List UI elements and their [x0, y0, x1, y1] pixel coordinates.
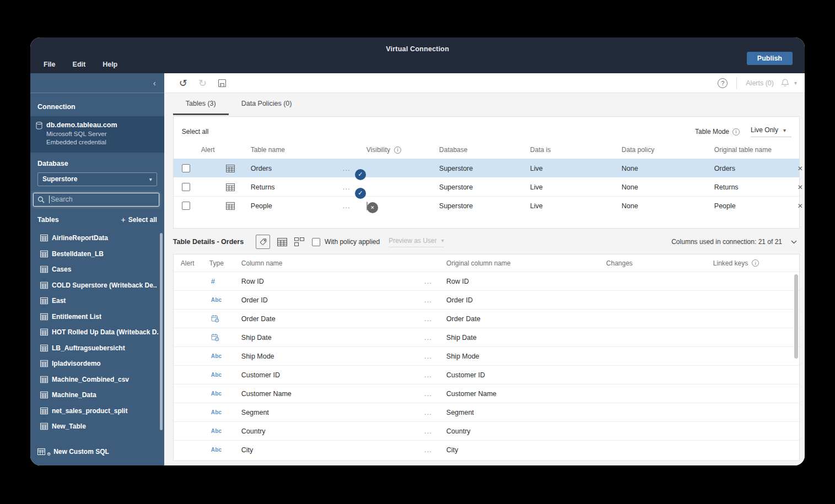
sidebar-table-item[interactable]: Cases [30, 262, 164, 278]
sidebar-table-item[interactable]: HOT Rolled Up Data (Writeback D. [30, 324, 164, 340]
original-column-cell: Segment [446, 409, 606, 416]
linked-keys-info-icon[interactable]: i [752, 259, 759, 267]
sidebar-table-item[interactable]: Machine_Data [30, 387, 164, 403]
row-menu-button[interactable]: ... [424, 277, 446, 285]
tab-data-policies[interactable]: Data Policies (0) [229, 93, 305, 115]
sidebar-table-item[interactable]: East [30, 293, 164, 309]
collapse-sidebar-icon[interactable]: ‹ [153, 79, 156, 87]
column-row[interactable]: AbcShip Mode...Ship Mode [174, 346, 799, 365]
row-menu-button[interactable]: ... [343, 202, 367, 210]
sidebar-table-item[interactable]: LB_Auftragsuebersicht [30, 340, 164, 356]
remove-table-button[interactable]: ✕ [798, 183, 803, 191]
save-button[interactable] [218, 79, 227, 88]
remove-table-button[interactable]: ✕ [798, 165, 803, 172]
sidebar-table-label: Machine_Combined_csv [52, 376, 129, 383]
undo-button[interactable]: ↺ [179, 78, 187, 88]
preview-as-user-select[interactable]: Preview as User ▾ [389, 237, 444, 247]
row-menu-button[interactable]: ... [424, 446, 446, 454]
date-type-icon [211, 315, 241, 323]
row-menu-button[interactable]: ... [424, 315, 446, 323]
column-name-cell: Order ID [241, 296, 424, 304]
new-custom-sql-button[interactable]: ⚙ New Custom SQL [30, 441, 164, 465]
visibility-info-icon[interactable]: i [394, 147, 401, 154]
help-icon[interactable]: ? [718, 78, 728, 88]
alerts-label[interactable]: Alerts (0) [746, 79, 774, 87]
column-row[interactable]: Ship Date...Ship Date [174, 328, 799, 346]
sidebar-table-label: HOT Rolled Up Data (Writeback D. [52, 328, 159, 336]
column-row[interactable]: AbcCustomer Name...Customer Name [174, 384, 799, 403]
database-select[interactable]: Superstore ▾ [37, 172, 157, 186]
table-row[interactable]: Returns...✓SuperstoreLiveNoneReturns✕ [174, 177, 799, 196]
server-type: Microsoft SQL Server [46, 130, 117, 139]
column-row[interactable]: AbcOrder ID...Order ID [174, 290, 799, 309]
row-menu-button[interactable]: ... [424, 389, 446, 398]
menu-edit[interactable]: Edit [73, 61, 86, 68]
row-menu-button[interactable]: ... [424, 427, 446, 435]
collapse-details-chevron-icon[interactable] [791, 240, 797, 244]
sidebar-select-all-button[interactable]: + Select all [121, 215, 157, 224]
database-cell: Superstore [439, 202, 530, 210]
gear-icon: ⚙ [47, 452, 51, 457]
column-row[interactable]: AbcSegment...Segment [174, 403, 799, 421]
remove-table-button[interactable]: ✕ [798, 202, 803, 210]
sidebar-table-item[interactable]: COLD Superstore (Writeback De.. [30, 277, 164, 293]
column-name-cell: Segment [241, 409, 424, 416]
table-mode-info-icon[interactable]: i [732, 128, 740, 136]
col-visibility: Visibility i [367, 146, 439, 154]
date-type-icon [211, 333, 241, 342]
row-menu-button[interactable]: ... [424, 371, 446, 379]
tag-view-button[interactable] [256, 235, 270, 249]
string-type-icon: Abc [211, 353, 241, 359]
table-row[interactable]: People...✕SuperstoreLiveNonePeople✕ [174, 196, 799, 215]
row-menu-button[interactable]: ... [424, 333, 446, 342]
col-alert: Alert [181, 259, 209, 267]
original-name-cell: Returns [714, 183, 798, 191]
data-policy-cell: None [622, 202, 714, 210]
cards-view-button[interactable] [294, 237, 305, 246]
sidebar-table-item[interactable]: New_Table [30, 419, 164, 435]
table-mode-select[interactable]: Live Only ▾ [751, 126, 791, 137]
sidebar-table-item[interactable]: Machine_Combined_csv [30, 371, 164, 387]
row-checkbox[interactable] [182, 183, 190, 191]
sidebar-collapse-row: ‹ [30, 73, 164, 93]
menu-help[interactable]: Help [103, 61, 117, 68]
row-menu-button[interactable]: ... [424, 408, 446, 416]
visibility-toggle[interactable]: ✕ [367, 202, 368, 210]
data-policy-cell: None [622, 165, 714, 172]
table-row[interactable]: Orders...✓SuperstoreLiveNoneOrders✕ [174, 159, 799, 177]
column-row[interactable]: AbcCity...City [174, 440, 799, 459]
sidebar-scrollbar[interactable] [160, 233, 163, 430]
sidebar-table-item[interactable]: Entitlement List [30, 308, 164, 324]
column-row[interactable]: AbcCustomer ID...Customer ID [174, 365, 799, 384]
redo-button[interactable]: ↻ [198, 78, 207, 88]
sidebar-table-label: Cases [52, 265, 71, 273]
alerts-bell-button[interactable]: ▾ [780, 78, 797, 88]
row-checkbox[interactable] [182, 202, 190, 210]
columns-scrollbar[interactable] [794, 274, 798, 359]
title-bar: Virtual Connection File Edit Help Publis… [30, 37, 805, 73]
sidebar-table-item[interactable]: net_sales_product_split [30, 403, 164, 419]
column-row[interactable]: Order Date...Order Date [174, 309, 799, 328]
row-checkbox[interactable] [182, 164, 190, 172]
tab-tables[interactable]: Tables (3) [173, 93, 229, 115]
sidebar-table-item[interactable]: Bestelldaten_LB [30, 246, 164, 262]
with-policy-checkbox[interactable]: With policy applied [312, 238, 380, 246]
search-input[interactable]: Search [33, 193, 159, 207]
connection-item[interactable]: db.demo.tableau.com Microsoft SQL Server… [30, 116, 164, 152]
row-menu-button[interactable]: ... [424, 352, 446, 360]
column-row[interactable]: #Row ID...Row ID [174, 272, 799, 290]
table-select-all-button[interactable]: Select all [182, 128, 209, 136]
original-column-cell: Ship Mode [446, 353, 606, 360]
row-menu-button[interactable]: ... [424, 296, 446, 304]
original-column-cell: Country [446, 427, 606, 435]
column-name-cell: Customer ID [241, 371, 424, 379]
column-name-cell: Ship Mode [241, 353, 424, 360]
sidebar-table-item[interactable]: Ipladvisordemo [30, 356, 164, 372]
table-view-button[interactable] [277, 238, 287, 246]
menu-file[interactable]: File [44, 61, 56, 68]
table-grid-icon [40, 344, 48, 352]
table-name-cell: People [251, 202, 343, 210]
sidebar-table-item[interactable]: AirlineReportData [30, 230, 164, 246]
column-row[interactable]: AbcCountry...Country [174, 421, 799, 440]
publish-button[interactable]: Publish [747, 52, 793, 65]
